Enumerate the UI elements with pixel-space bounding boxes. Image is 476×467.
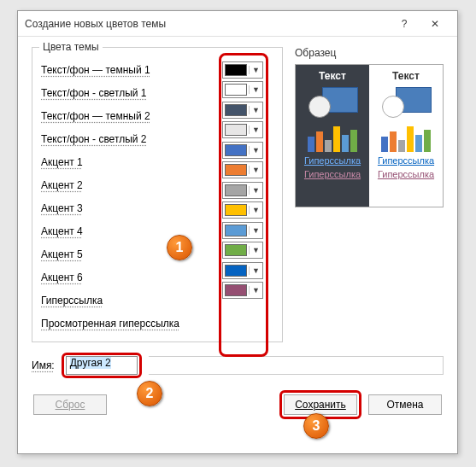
color-swatch bbox=[225, 164, 247, 176]
color-swatch bbox=[225, 204, 247, 216]
bar-icon bbox=[333, 126, 340, 152]
chevron-down-icon: ▼ bbox=[249, 186, 262, 195]
bar-icon bbox=[398, 140, 405, 152]
color-dropdown[interactable]: ▼ bbox=[222, 262, 263, 279]
color-label: Гиперссылка bbox=[41, 295, 103, 306]
name-row: Имя: Другая 2 bbox=[32, 353, 444, 378]
name-input[interactable]: Другая 2 bbox=[66, 356, 138, 375]
highlight-save-button: Сохранить bbox=[279, 390, 361, 419]
color-swatch bbox=[225, 124, 247, 136]
color-dropdown[interactable]: ▼ bbox=[222, 242, 263, 259]
color-swatch bbox=[225, 265, 247, 277]
bar-icon bbox=[325, 140, 332, 152]
color-dropdown[interactable]: ▼ bbox=[222, 222, 263, 239]
color-dropdown[interactable]: ▼ bbox=[222, 121, 263, 138]
color-label-row: Текст/фон — темный 1 bbox=[41, 58, 215, 81]
name-input-rest[interactable] bbox=[149, 356, 444, 375]
circle-icon bbox=[382, 96, 404, 118]
bar-icon bbox=[316, 131, 323, 152]
sample-shapes-light bbox=[380, 87, 432, 118]
color-label: Акцент 6 bbox=[41, 271, 83, 283]
color-label-row: Акцент 2 bbox=[41, 173, 215, 196]
name-label: Имя: bbox=[32, 359, 55, 371]
color-dropdowns-column: ▼▼▼▼▼▼▼▼▼▼▼▼ bbox=[222, 58, 273, 335]
color-label: Акцент 2 bbox=[41, 179, 83, 191]
color-dropdown[interactable]: ▼ bbox=[222, 102, 263, 119]
color-label-row: Акцент 3 bbox=[41, 196, 215, 219]
chevron-down-icon: ▼ bbox=[249, 146, 262, 155]
color-dropdown[interactable]: ▼ bbox=[222, 81, 263, 98]
color-swatch bbox=[225, 184, 247, 196]
sample-text-light: Текст bbox=[392, 70, 420, 82]
theme-colors-legend: Цвета темы bbox=[39, 41, 103, 53]
dialog-buttons: Сброс Сохранить Отмена bbox=[32, 390, 444, 419]
color-swatch bbox=[225, 104, 247, 116]
sample-preview: Текст Гиперссылка Гиперссылка Текст bbox=[295, 64, 444, 207]
circle-icon bbox=[309, 96, 331, 118]
color-dropdown[interactable]: ▼ bbox=[222, 142, 263, 159]
sample-text-dark: Текст bbox=[319, 70, 346, 82]
name-value: Другая 2 bbox=[70, 357, 111, 369]
sample-visited-dark: Гиперссылка bbox=[304, 169, 361, 179]
color-swatch bbox=[225, 225, 247, 236]
color-label: Текст/фон — темный 2 bbox=[41, 110, 150, 122]
chevron-down-icon: ▼ bbox=[249, 85, 262, 94]
color-label-row: Текст/фон - светлый 1 bbox=[41, 81, 215, 104]
sample-shapes-dark bbox=[307, 87, 358, 118]
color-swatch bbox=[225, 64, 247, 76]
sample-legend: Образец bbox=[295, 47, 444, 59]
color-label-row: Акцент 6 bbox=[41, 266, 215, 289]
chevron-down-icon: ▼ bbox=[249, 246, 262, 254]
dialog-content: Цвета темы Текст/фон — темный 1Текст/фон… bbox=[18, 37, 457, 428]
color-label: Текст/фон - светлый 1 bbox=[41, 87, 146, 99]
color-dropdown[interactable]: ▼ bbox=[222, 201, 263, 219]
highlight-name-input: Другая 2 bbox=[62, 353, 142, 378]
bar-icon bbox=[308, 137, 314, 152]
color-label: Просмотренная гиперссылка bbox=[41, 318, 179, 330]
color-label-row: Акцент 1 bbox=[41, 150, 215, 173]
chevron-down-icon: ▼ bbox=[249, 66, 262, 74]
bar-icon bbox=[342, 135, 349, 152]
chevron-down-icon: ▼ bbox=[249, 106, 262, 114]
sample-visited-light: Гиперссылка bbox=[378, 169, 434, 179]
color-swatch bbox=[225, 284, 247, 296]
close-button[interactable]: ✕ bbox=[420, 13, 450, 35]
color-label-row: Акцент 4 bbox=[41, 219, 215, 242]
cancel-button[interactable]: Отмена bbox=[368, 394, 442, 415]
color-swatch bbox=[225, 144, 247, 156]
sample-hyperlink-dark: Гиперссылка bbox=[304, 155, 361, 166]
bar-icon bbox=[381, 137, 388, 152]
bar-icon bbox=[424, 130, 431, 152]
sample-column: Образец Текст Гиперссылка Гиперссылка Те… bbox=[290, 47, 444, 342]
color-label-row: Текст/фон — темный 2 bbox=[41, 104, 215, 127]
color-label-row: Акцент 5 bbox=[41, 242, 215, 266]
color-dropdown[interactable]: ▼ bbox=[222, 161, 263, 178]
bar-icon bbox=[350, 130, 357, 152]
close-icon: ✕ bbox=[431, 18, 439, 30]
color-swatch bbox=[225, 84, 247, 96]
help-button[interactable]: ? bbox=[389, 13, 420, 35]
sample-hyperlink-light: Гиперссылка bbox=[378, 155, 434, 166]
sample-chart-dark bbox=[308, 121, 357, 152]
color-label: Текст/фон - светлый 2 bbox=[41, 133, 146, 145]
sample-light: Текст Гиперссылка Гиперссылка bbox=[369, 65, 443, 207]
sample-dark: Текст Гиперссылка Гиперссылка bbox=[296, 65, 369, 207]
color-label: Текст/фон — темный 1 bbox=[41, 64, 150, 76]
chevron-down-icon: ▼ bbox=[249, 206, 262, 214]
chevron-down-icon: ▼ bbox=[249, 226, 262, 235]
save-button[interactable]: Сохранить bbox=[284, 394, 357, 415]
bar-icon bbox=[390, 131, 397, 152]
sample-chart-light bbox=[381, 121, 431, 152]
reset-button[interactable]: Сброс bbox=[33, 394, 107, 415]
color-label-row: Просмотренная гиперссылка bbox=[41, 312, 215, 335]
theme-colors-group: Цвета темы Текст/фон — темный 1Текст/фон… bbox=[32, 47, 283, 342]
color-dropdown[interactable]: ▼ bbox=[222, 182, 263, 199]
titlebar: Создание новых цветов темы ? ✕ bbox=[18, 11, 457, 37]
color-swatch bbox=[225, 244, 247, 256]
color-label-row: Текст/фон - светлый 2 bbox=[41, 127, 215, 150]
color-label: Акцент 4 bbox=[41, 225, 83, 237]
color-dropdown[interactable]: ▼ bbox=[222, 282, 263, 299]
color-dropdown[interactable]: ▼ bbox=[222, 61, 263, 79]
color-label: Акцент 1 bbox=[41, 156, 83, 168]
chevron-down-icon: ▼ bbox=[249, 266, 262, 275]
